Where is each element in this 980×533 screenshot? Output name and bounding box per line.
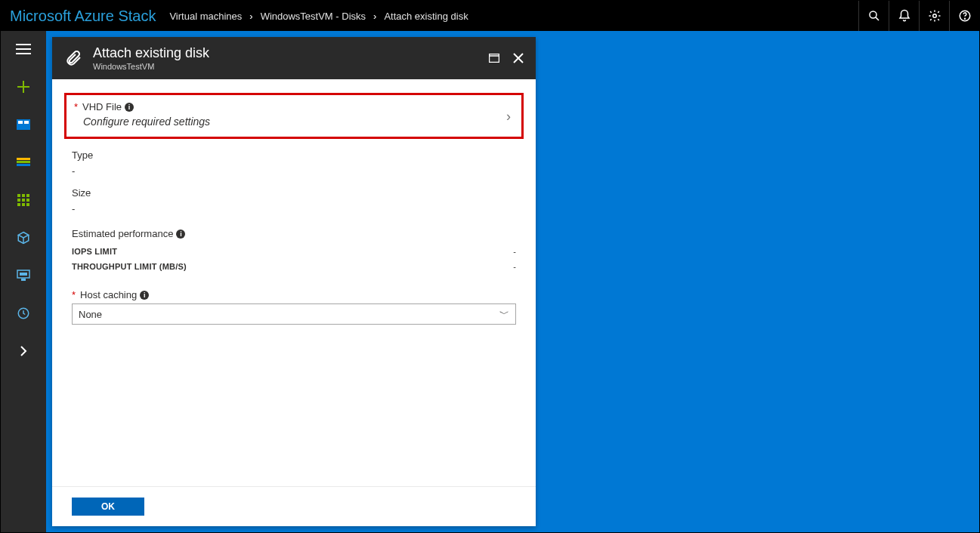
topbar-actions (858, 1, 979, 31)
svg-rect-26 (20, 273, 27, 276)
new-resource-icon[interactable] (8, 75, 39, 99)
blade-subtitle: WindowsTestVM (93, 62, 209, 71)
chevron-right-icon: › (249, 11, 252, 22)
required-marker: * (74, 101, 78, 112)
notifications-icon[interactable] (889, 1, 919, 31)
host-caching-select[interactable]: None ﹀ (72, 303, 516, 325)
more-services-icon[interactable] (8, 339, 39, 363)
svg-line-1 (875, 17, 878, 20)
breadcrumb-disks[interactable]: WindowsTestVM - Disks (261, 11, 366, 22)
vhd-file-selector[interactable]: * VHD File i Configure required settings… (64, 93, 524, 139)
svg-rect-20 (22, 199, 25, 202)
host-caching-group: * Host caching i None ﹀ (72, 289, 516, 325)
svg-rect-12 (24, 121, 29, 124)
svg-point-0 (870, 11, 876, 18)
blade-header: Attach existing disk WindowsTestVM (52, 37, 536, 79)
brand-link[interactable]: Microsoft Azure Stack (10, 8, 156, 25)
cube-icon[interactable] (8, 226, 39, 250)
info-icon[interactable]: i (125, 103, 134, 112)
svg-rect-15 (17, 164, 30, 166)
iops-label: IOPS LIMIT (72, 247, 117, 256)
breadcrumbs: Virtual machines › WindowsTestVM - Disks… (169, 11, 468, 22)
throughput-row: THROUGHPUT LIMIT (MB/S) - (72, 259, 516, 274)
ok-button[interactable]: OK (72, 498, 144, 516)
recent-icon[interactable] (8, 301, 39, 325)
search-icon[interactable] (858, 1, 889, 31)
iops-row: IOPS LIMIT - (72, 244, 516, 259)
svg-rect-14 (17, 161, 30, 163)
blade-title: Attach existing disk (93, 45, 209, 61)
blade-body: * VHD File i Configure required settings… (52, 79, 536, 486)
sidebar (1, 31, 46, 532)
type-row: Type - (72, 149, 516, 177)
dashboard-icon[interactable] (8, 112, 39, 137)
resource-groups-icon[interactable] (8, 150, 39, 174)
chevron-right-icon: › (506, 108, 511, 124)
vhd-placeholder: Configure required settings (74, 116, 514, 128)
info-icon[interactable]: i (140, 291, 149, 300)
breadcrumb-attach[interactable]: Attach existing disk (384, 11, 468, 22)
svg-rect-19 (17, 199, 20, 202)
size-row: Size - (72, 187, 516, 214)
workspace: Attach existing disk WindowsTestVM * (46, 31, 979, 532)
chevron-down-icon: ﹀ (499, 307, 509, 321)
throughput-label: THROUGHPUT LIMIT (MB/S) (72, 262, 187, 271)
main-area: Attach existing disk WindowsTestVM * (1, 31, 979, 532)
virtual-machines-icon[interactable] (8, 263, 39, 288)
breadcrumb-vm[interactable]: Virtual machines (169, 11, 242, 22)
svg-rect-18 (26, 194, 29, 197)
required-marker: * (72, 289, 76, 300)
type-value: - (72, 164, 516, 177)
attach-disk-blade: Attach existing disk WindowsTestVM * (52, 37, 536, 526)
svg-rect-22 (17, 203, 20, 206)
help-icon[interactable] (949, 1, 979, 31)
svg-rect-29 (490, 54, 499, 63)
topbar: Microsoft Azure Stack Virtual machines ›… (1, 1, 979, 31)
hamburger-icon[interactable] (8, 37, 39, 61)
all-resources-icon[interactable] (8, 188, 39, 212)
size-value: - (72, 202, 516, 214)
size-label: Size (72, 187, 91, 199)
vhd-file-label: VHD File (82, 101, 122, 112)
maximize-icon[interactable] (487, 51, 501, 65)
host-caching-value: None (79, 309, 102, 320)
svg-rect-27 (21, 279, 26, 281)
blade-footer: OK (52, 486, 536, 526)
svg-point-4 (964, 18, 965, 19)
svg-point-2 (932, 14, 936, 18)
performance-label: Estimated performance (72, 228, 173, 239)
attachment-icon (63, 48, 84, 69)
performance-section: Estimated performance i IOPS LIMIT - THR… (72, 228, 516, 274)
throughput-value: - (513, 262, 516, 271)
svg-rect-16 (17, 194, 20, 197)
iops-value: - (513, 247, 516, 256)
svg-rect-11 (18, 121, 23, 124)
settings-icon[interactable] (919, 1, 949, 31)
svg-rect-24 (26, 203, 29, 206)
chevron-right-icon: › (373, 11, 376, 22)
close-icon[interactable] (512, 51, 525, 65)
type-label: Type (72, 149, 93, 161)
svg-rect-17 (22, 194, 25, 197)
info-icon[interactable]: i (176, 230, 185, 239)
svg-rect-13 (17, 158, 30, 160)
host-caching-label: Host caching (80, 289, 137, 300)
svg-rect-23 (22, 203, 25, 206)
svg-rect-21 (26, 199, 29, 202)
